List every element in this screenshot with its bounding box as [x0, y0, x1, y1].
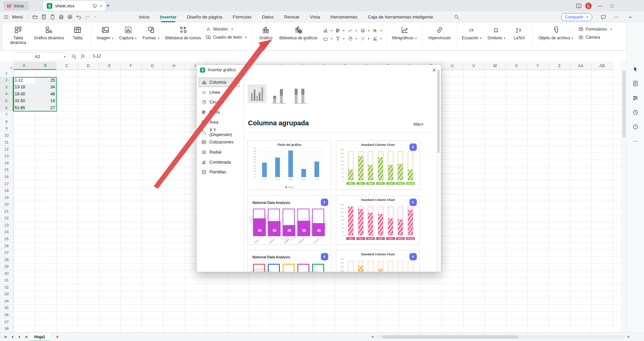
restore-button[interactable]: ▢	[608, 2, 616, 9]
row-header-21[interactable]: 21	[0, 208, 13, 215]
row-header-5[interactable]: 5	[0, 97, 13, 104]
ribbon-button-mini-bar[interactable]: ▼	[334, 27, 346, 35]
column-header-f[interactable]: F	[120, 62, 142, 70]
home-tab[interactable]: W Inicio	[3, 1, 29, 10]
hamburger-menu-icon[interactable]	[3, 14, 9, 20]
ribbon-button-captura[interactable]: Captura▼	[116, 24, 140, 41]
ribbon-button-ecuacion[interactable]: √xEcuación▼	[459, 24, 485, 41]
add-sheet-button[interactable]: +	[54, 333, 61, 341]
row-header-26[interactable]: 26	[0, 243, 13, 250]
chart-card-standard-column-chart-3[interactable]: Standard Column Chart1601401201008060402…	[336, 196, 420, 245]
column-header-a[interactable]: A	[13, 62, 35, 70]
collapse-ribbon-icon[interactable]	[627, 14, 633, 20]
name-box[interactable]: A2▼	[12, 52, 68, 61]
row-header-10[interactable]: 10	[0, 132, 13, 139]
ribbon-button-hipervinculo[interactable]: Hipervínculo	[426, 24, 453, 41]
ribbon-tab-diseno-de-pagina[interactable]: Diseño de página	[186, 14, 223, 20]
chart-category-x-y-dispersion[interactable]: X Y (Dispersión)	[199, 128, 240, 137]
row-header-24[interactable]: 24	[0, 229, 13, 236]
more-icon[interactable]	[613, 14, 619, 20]
chart-category-plantillas[interactable]: Plantillas	[199, 167, 240, 177]
first-sheet-icon[interactable]	[3, 335, 7, 339]
chart-category-columna[interactable]: Columna	[199, 78, 240, 87]
ribbon-button-mini-pie[interactable]: ▼	[346, 35, 359, 43]
chart-card-national-data-analysis-2[interactable]: National Data Analysis65China55United..4…	[247, 196, 331, 245]
row-header-22[interactable]: 22	[0, 215, 13, 222]
column-header-aa[interactable]: AA	[570, 62, 592, 70]
notes-icon[interactable]	[632, 80, 639, 87]
ribbon-button-formas[interactable]: Formas▼	[140, 24, 163, 41]
print-preview-icon[interactable]	[67, 14, 73, 20]
column-header-d[interactable]: D	[78, 62, 99, 70]
settings-icon[interactable]	[632, 95, 639, 101]
share-button[interactable]: Compartir▼	[561, 13, 592, 21]
column-header-c[interactable]: C	[56, 62, 78, 70]
row-header-6[interactable]: 6	[0, 104, 13, 112]
row-header-7[interactable]: 7	[0, 111, 13, 118]
ribbon-tab-insertar[interactable]: Insertar	[159, 14, 178, 20]
column-header-h[interactable]: H	[163, 62, 185, 70]
ribbon-button-simbolo[interactable]: ΩSímbolo▼	[485, 24, 508, 41]
minimize-button[interactable]: —	[596, 2, 604, 9]
chart-category-cotizaciones[interactable]: Cotizaciones	[199, 137, 240, 147]
column-header-w[interactable]: W	[485, 62, 506, 70]
chart-card-national-data-analysis-4[interactable]: National Data Analysis	[247, 250, 331, 272]
column-header-y[interactable]: Y	[527, 62, 549, 70]
ribbon-button-camara[interactable]: Cámara	[578, 35, 612, 40]
ribbon-button-cuadro-de-texto[interactable]: Cuadro de texto▼	[206, 35, 247, 40]
ribbon-button-latex[interactable]: ∑xLaTeX	[508, 24, 530, 41]
ribbon-button-tabla[interactable]: Tabla	[67, 24, 88, 41]
chart-category-linea[interactable]: Línea	[199, 88, 240, 97]
column-header-ab[interactable]: AB	[592, 62, 613, 70]
ribbon-button-objeto-de-archivo[interactable]: Objeto de archivo▼	[536, 24, 576, 41]
monitor-icon[interactable]	[92, 3, 97, 8]
row-header-35[interactable]: 35	[0, 305, 13, 312]
row-header-20[interactable]: 20	[0, 201, 13, 208]
new-tab-button[interactable]: +	[104, 2, 112, 10]
row-header-25[interactable]: 25	[0, 236, 13, 243]
row-header-19[interactable]: 19	[0, 194, 13, 201]
undo-icon[interactable]	[76, 14, 82, 20]
help-icon[interactable]: ?	[632, 124, 639, 130]
select-all-corner[interactable]	[0, 62, 14, 70]
chart-category-barra[interactable]: Barra	[199, 108, 240, 117]
vertical-scrollbar-thumb[interactable]	[623, 71, 626, 138]
document-tab[interactable]: S sheet.xlsx	[43, 1, 105, 11]
ribbon-button-mini-stock[interactable]: ▼	[371, 27, 384, 35]
row-header-16[interactable]: 16	[0, 173, 13, 180]
chart-card-titulo-del-grafico-0[interactable]: Título del gráfico504540353025201510501-…	[247, 140, 331, 190]
row-header-11[interactable]: 11	[0, 139, 13, 146]
chart-card-standard-column-chart-5[interactable]: Standard Column Chart1601401201008060402…	[336, 250, 420, 272]
sheet-tab[interactable]: Hoja1	[30, 333, 50, 341]
row-header-13[interactable]: 13	[0, 153, 13, 160]
avatar[interactable]: C	[585, 3, 592, 9]
row-header-33[interactable]: 33	[0, 291, 13, 298]
row-header-2[interactable]: 2	[0, 77, 13, 84]
menu-label[interactable]: Menú	[12, 14, 23, 19]
vertical-scrollbar[interactable]	[622, 62, 627, 332]
row-header-27[interactable]: 27	[0, 249, 13, 256]
print-icon[interactable]	[58, 14, 64, 20]
open-file-icon[interactable]	[32, 14, 38, 20]
save-icon[interactable]	[41, 14, 47, 20]
row-header-14[interactable]: 14	[0, 160, 13, 167]
fx-icon[interactable]: fx	[81, 53, 85, 59]
row-header-4[interactable]: 4	[0, 91, 13, 98]
scroll-right-icon[interactable]: ▶	[628, 335, 630, 338]
ribbon-button-wordart[interactable]: WordArt▼	[206, 27, 247, 32]
ribbon-button-mini-funnel[interactable]: ▼	[334, 35, 346, 43]
ribbon-button-mini-radar[interactable]: ▼	[359, 27, 371, 35]
row-header-34[interactable]: 34	[0, 298, 13, 305]
column-header-v[interactable]: V	[463, 62, 485, 70]
row-header-30[interactable]: 30	[0, 270, 13, 277]
ribbon-tab-caja-de-herramientas-inteligente[interactable]: Caja de herramientas inteligente	[367, 14, 434, 20]
row-header-28[interactable]: 28	[0, 256, 13, 263]
redo-icon[interactable]	[85, 14, 90, 20]
ribbon-tab-revisar[interactable]: Revisar	[284, 14, 300, 20]
chevron-down-icon[interactable]	[93, 14, 97, 20]
ribbon-button-mini-scatter[interactable]: ▼	[359, 35, 371, 43]
row-header-3[interactable]: 3	[0, 84, 13, 91]
row-header-31[interactable]: 31	[0, 277, 13, 284]
row-header-23[interactable]: 23	[0, 222, 13, 229]
dialog-scrollbar-thumb[interactable]	[437, 70, 440, 153]
